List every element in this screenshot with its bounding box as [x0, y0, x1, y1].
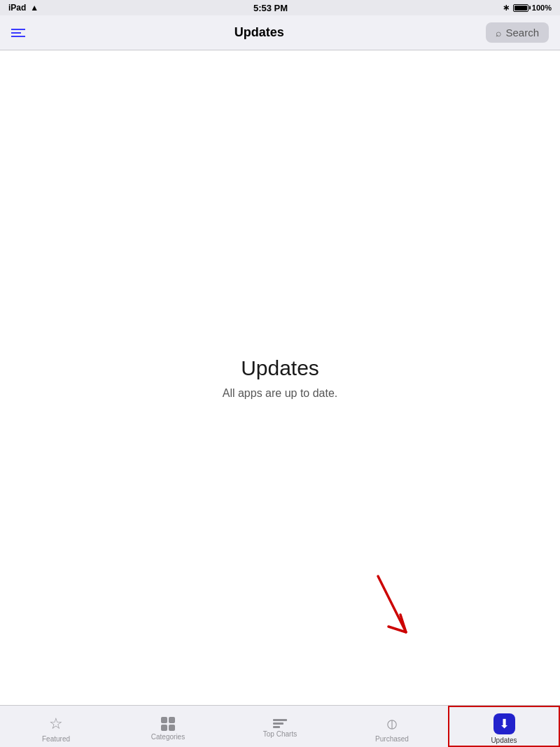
- updates-subtext: All apps are up to date.: [223, 387, 338, 400]
- tab-featured[interactable]: ☆ Featured: [0, 706, 112, 747]
- tab-categories-label: Categories: [151, 733, 185, 741]
- grid-icon: [161, 717, 175, 731]
- status-right: ∗ 100%: [503, 3, 552, 13]
- tab-updates[interactable]: ⬇ Updates: [448, 706, 560, 747]
- tab-categories[interactable]: Categories: [112, 706, 224, 747]
- download-icon: ⬇: [499, 716, 510, 732]
- nav-bar: Updates ⌕ Search: [0, 15, 560, 50]
- nav-title: Updates: [32, 25, 486, 40]
- tab-updates-label: Updates: [491, 736, 517, 744]
- status-left: iPad ▲: [8, 3, 38, 13]
- tab-featured-icon-wrap: ☆: [49, 715, 63, 733]
- svg-line-0: [378, 576, 406, 632]
- arrow-svg: [364, 569, 420, 653]
- search-icon: ⌕: [496, 27, 501, 39]
- tab-purchased-label: Purchased: [375, 735, 409, 743]
- tab-purchased-icon-wrap: ⦶: [387, 715, 397, 733]
- search-label: Search: [505, 27, 539, 39]
- search-button[interactable]: ⌕ Search: [486, 22, 549, 43]
- wifi-icon: ▲: [30, 3, 38, 13]
- battery-label: 100%: [532, 4, 552, 12]
- star-icon: ☆: [49, 715, 63, 733]
- battery-icon: [513, 4, 528, 12]
- tab-categories-icon-wrap: [161, 717, 175, 731]
- device-label: iPad: [8, 3, 26, 13]
- list-button[interactable]: [11, 29, 32, 37]
- tab-updates-icon-wrap: ⬇: [493, 713, 515, 734]
- list-lines-icon: [11, 29, 25, 37]
- arrow-annotation: [364, 569, 420, 656]
- tab-top-charts-icon-wrap: [273, 719, 287, 728]
- main-content: Updates All apps are up to date.: [0, 50, 560, 705]
- status-bar: iPad ▲ 5:53 PM ∗ 100%: [0, 0, 560, 15]
- tab-bar: ☆ Featured Categories Top Charts ⦶ Purch…: [0, 705, 560, 747]
- bluetooth-icon: ∗: [503, 3, 510, 13]
- status-time: 5:53 PM: [253, 3, 288, 13]
- circle-arrow-icon: ⦶: [387, 715, 397, 733]
- tab-featured-label: Featured: [42, 735, 70, 743]
- tab-top-charts-label: Top Charts: [263, 730, 297, 738]
- list-icon: [273, 719, 287, 728]
- updates-heading: Updates: [241, 356, 319, 380]
- tab-purchased[interactable]: ⦶ Purchased: [336, 706, 448, 747]
- tab-top-charts[interactable]: Top Charts: [224, 706, 336, 747]
